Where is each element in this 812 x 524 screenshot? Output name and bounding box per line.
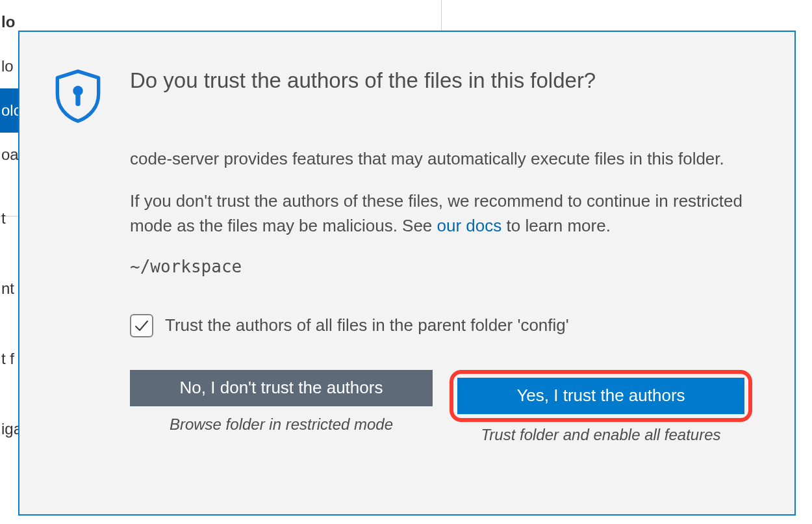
- dialog-title: Do you trust the authors of the files in…: [130, 68, 752, 94]
- workspace-path: ~/workspace: [130, 257, 752, 276]
- no-trust-button[interactable]: No, I don't trust the authors: [130, 370, 433, 406]
- shield-icon: [52, 68, 104, 125]
- background-sidebar: lo lo nd olo oa t nt t f iga: [0, 0, 19, 524]
- workspace-trust-dialog: Do you trust the authors of the files in…: [18, 31, 796, 516]
- docs-link[interactable]: our docs: [437, 216, 502, 235]
- yes-trust-highlight: Yes, I trust the authors: [450, 370, 752, 422]
- trust-parent-checkbox[interactable]: [130, 314, 153, 337]
- yes-trust-group: Yes, I trust the authors Trust folder an…: [450, 370, 752, 444]
- svg-rect-1: [75, 93, 80, 106]
- trust-parent-checkbox-row[interactable]: Trust the authors of all files in the pa…: [130, 314, 752, 337]
- dialog-button-row: No, I don't trust the authors Browse fol…: [130, 370, 752, 444]
- checkmark-icon: [134, 319, 149, 333]
- yes-trust-button[interactable]: Yes, I trust the authors: [457, 378, 744, 414]
- trust-parent-checkbox-label: Trust the authors of all files in the pa…: [165, 315, 569, 335]
- dialog-body-2: If you don't trust the authors of these …: [130, 189, 752, 238]
- dialog-icon-column: [52, 68, 104, 488]
- dialog-content: Do you trust the authors of the files in…: [130, 68, 752, 488]
- yes-trust-subtitle: Trust folder and enable all features: [481, 426, 720, 444]
- no-trust-subtitle: Browse folder in restricted mode: [170, 415, 393, 434]
- no-trust-group: No, I don't trust the authors Browse fol…: [130, 370, 433, 444]
- dialog-body-1: code-server provides features that may a…: [130, 147, 752, 172]
